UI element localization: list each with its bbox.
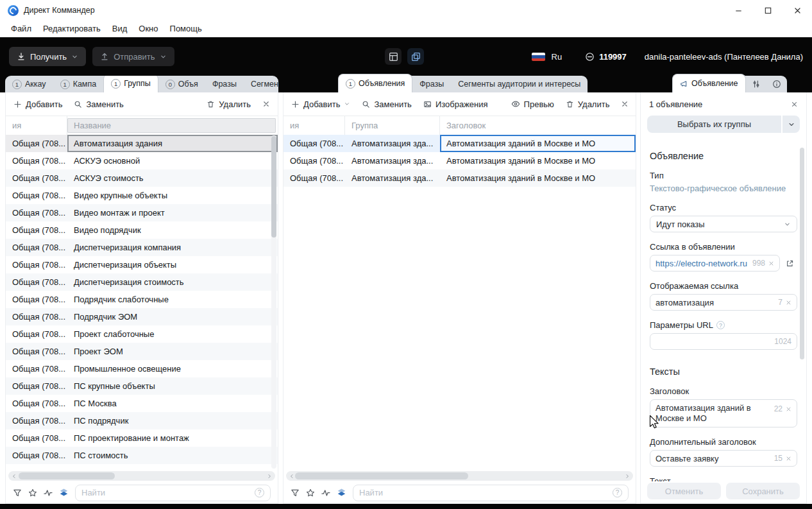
close-toolbar-icon[interactable] bbox=[621, 100, 629, 108]
extra-title-input[interactable] bbox=[656, 454, 771, 463]
tab[interactable]: Фразы bbox=[412, 76, 451, 92]
select-groups-dropdown[interactable] bbox=[782, 116, 800, 133]
table-row[interactable]: Общая (708... Проект ЭОМ bbox=[6, 343, 278, 360]
table-row[interactable]: Общая (708... Видео крупные объекты bbox=[6, 187, 278, 204]
close-icon[interactable] bbox=[791, 101, 798, 108]
display-link-input[interactable] bbox=[656, 298, 775, 307]
table-row[interactable]: Общая (708... Автоматизация зда... Автом… bbox=[283, 152, 636, 169]
table-row[interactable]: Общая (708... Проект слаботочные bbox=[6, 325, 278, 343]
cell-name[interactable]: Подрядчик ЭОМ bbox=[67, 308, 278, 325]
cell-campaign[interactable]: Общая (708... bbox=[6, 256, 67, 273]
vertical-scrollbar-thumb[interactable] bbox=[271, 136, 276, 237]
cell-name[interactable]: Диспетчеризация компания bbox=[67, 239, 278, 256]
get-button[interactable]: Получить bbox=[9, 47, 86, 66]
close-toolbar-icon[interactable] bbox=[262, 100, 270, 108]
table-row[interactable]: Общая (708... Диспетчеризация компания bbox=[6, 239, 278, 256]
scroll-left-icon[interactable] bbox=[11, 473, 17, 479]
clear-icon[interactable] bbox=[768, 261, 774, 266]
send-button[interactable]: Отправить bbox=[92, 47, 174, 66]
tab[interactable]: Сегменты аудитории и интересы bbox=[451, 76, 588, 92]
search-input[interactable] bbox=[359, 488, 609, 497]
filter-icon[interactable] bbox=[291, 488, 300, 497]
table-row[interactable]: Общая (708... Диспетчеризация стоимость bbox=[6, 273, 278, 291]
table-row[interactable]: Общая (708... ПС крупные объекты bbox=[6, 377, 278, 395]
cell-name[interactable]: Видео подрядчик bbox=[67, 221, 278, 239]
table-row[interactable]: Общая (708... Автоматизация здания bbox=[6, 135, 278, 152]
cell-campaign[interactable]: Общая (708... bbox=[6, 204, 67, 221]
menu-item[interactable]: Вид bbox=[106, 21, 133, 37]
tab-params[interactable] bbox=[746, 76, 766, 92]
replace-button[interactable]: Заменить bbox=[74, 99, 123, 109]
tab[interactable]: 1 Объявления bbox=[338, 74, 412, 92]
table-row[interactable]: Общая (708... ПС Москва bbox=[6, 395, 278, 412]
table-row[interactable]: Общая (708... Подрядчик ЭОМ bbox=[6, 308, 278, 325]
column-header-group[interactable]: Группа bbox=[345, 116, 440, 135]
table-row[interactable]: Общая (708... ПС подрядчик bbox=[6, 412, 278, 429]
tab[interactable]: 1 Аккау bbox=[5, 76, 53, 92]
cell-name[interactable]: ПС подрядчик bbox=[67, 412, 278, 429]
table-row[interactable]: Общая (708... Видео монтаж и проект bbox=[6, 204, 278, 221]
cell-campaign[interactable]: Общая (708... bbox=[6, 308, 67, 325]
tab-ad-inspector[interactable]: Объявление bbox=[672, 74, 746, 92]
cell-title[interactable]: Автоматизация зданий в Москве и МО bbox=[440, 135, 636, 152]
cell-title[interactable]: Автоматизация зданий в Москве и МО bbox=[440, 152, 636, 169]
add-button[interactable]: Добавить bbox=[291, 99, 350, 109]
stats-icon[interactable] bbox=[44, 488, 53, 497]
cell-name[interactable]: ПС крупные объекты bbox=[67, 377, 278, 395]
cell-campaign[interactable]: Общая (708... bbox=[6, 187, 67, 204]
cell-name[interactable]: Видео монтаж и проект bbox=[67, 204, 278, 221]
cell-group[interactable]: Автоматизация зда... bbox=[345, 152, 440, 169]
menu-item[interactable]: Помощь bbox=[164, 21, 208, 37]
scroll-right-icon[interactable] bbox=[266, 473, 273, 479]
inspector-scrollbar[interactable] bbox=[800, 148, 804, 359]
menu-item[interactable]: Окно bbox=[133, 21, 164, 37]
cell-name[interactable]: АСКУЭ стоимость bbox=[67, 169, 278, 187]
minimize-button[interactable] bbox=[723, 0, 753, 21]
tab-info[interactable] bbox=[766, 76, 787, 92]
cell-campaign[interactable]: Общая (708... bbox=[6, 377, 67, 395]
cell-campaign[interactable]: Общая (708... bbox=[283, 152, 345, 169]
cell-campaign[interactable]: Общая (708... bbox=[6, 135, 67, 152]
filter-icon[interactable] bbox=[13, 488, 22, 497]
table-row[interactable]: Общая (708... АСКУЭ стоимость bbox=[6, 169, 278, 187]
horizontal-scrollbar[interactable] bbox=[8, 471, 275, 481]
cell-campaign[interactable]: Общая (708... bbox=[283, 169, 345, 187]
cell-group[interactable]: Автоматизация зда... bbox=[345, 169, 440, 187]
language-label[interactable]: Ru bbox=[552, 52, 562, 62]
cell-campaign[interactable]: Общая (708... bbox=[6, 429, 67, 447]
url-params-input[interactable] bbox=[656, 337, 771, 347]
title-input[interactable]: Автоматизация зданий в Москве и МО bbox=[656, 403, 771, 424]
cell-campaign[interactable]: Общая (708... bbox=[6, 447, 67, 464]
layers-icon[interactable] bbox=[337, 488, 346, 497]
table-view-button[interactable] bbox=[385, 48, 402, 65]
column-header-name[interactable]: Название bbox=[67, 118, 276, 133]
column-header-campaign[interactable]: ия bbox=[6, 116, 67, 135]
cell-name[interactable]: АСКУЭ основной bbox=[67, 152, 278, 169]
table-row[interactable]: Общая (708... Автоматизация зда... Автом… bbox=[283, 169, 636, 187]
cell-campaign[interactable]: Общая (708... bbox=[6, 221, 67, 239]
horizontal-scrollbar[interactable] bbox=[286, 471, 633, 481]
tab[interactable]: 0 Объя bbox=[158, 76, 205, 92]
clear-icon[interactable] bbox=[786, 300, 791, 306]
maximize-button[interactable] bbox=[753, 0, 782, 21]
cancel-button[interactable]: Отменить bbox=[647, 483, 721, 499]
cell-name[interactable]: Промышленное освещение bbox=[67, 360, 278, 377]
cell-name[interactable]: Подрядчик слаботочные bbox=[67, 291, 278, 308]
cell-group[interactable]: Автоматизация зда... bbox=[345, 135, 440, 152]
type-value[interactable]: Текстово-графическое объявление bbox=[650, 184, 797, 193]
layers-icon[interactable] bbox=[59, 488, 69, 497]
clear-icon[interactable] bbox=[786, 406, 791, 412]
cell-campaign[interactable]: Общая (708... bbox=[6, 325, 67, 343]
horizontal-scrollbar-thumb[interactable] bbox=[19, 472, 115, 479]
cell-name[interactable]: Диспетчеризация стоимость bbox=[67, 273, 278, 291]
cell-campaign[interactable]: Общая (708... bbox=[6, 273, 67, 291]
table-row[interactable]: Общая (708... Видео подрядчик bbox=[6, 221, 278, 239]
close-window-button[interactable] bbox=[782, 0, 812, 21]
delete-button[interactable]: Удалить bbox=[566, 99, 610, 109]
column-header-campaign[interactable]: ия bbox=[283, 116, 345, 135]
language-flag-icon[interactable] bbox=[532, 53, 545, 61]
tab[interactable]: Фразы bbox=[205, 76, 244, 92]
cell-campaign[interactable]: Общая (708... bbox=[6, 360, 67, 377]
status-select[interactable]: Идут показы bbox=[650, 216, 797, 232]
menu-item[interactable]: Файл bbox=[5, 21, 37, 37]
